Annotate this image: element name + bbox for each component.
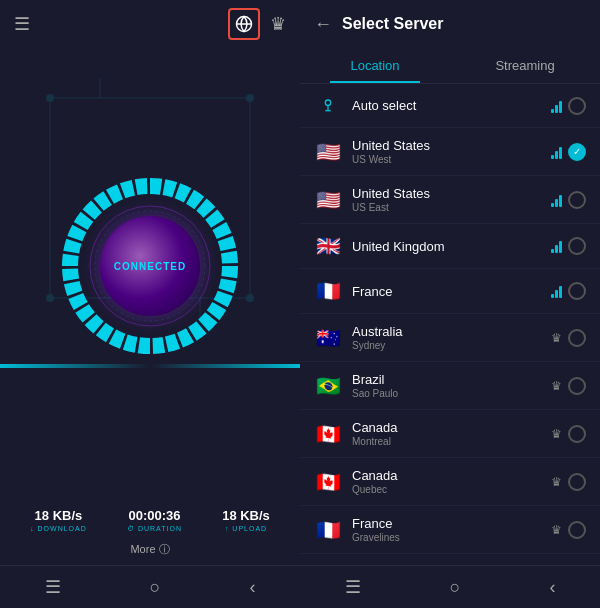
nav-menu-icon[interactable]: ☰ [45,576,61,598]
svg-point-6 [46,94,54,102]
premium-crown-icon: ♛ [551,379,562,393]
flag-icon: 🇺🇸 [314,188,342,212]
server-list-item[interactable]: Auto select [300,84,600,128]
server-sub: Quebec [352,484,541,495]
server-list-item[interactable]: 🇬🇧United Kingdom [300,224,600,269]
server-info: BrazilSao Paulo [352,372,541,399]
server-select-radio[interactable] [568,425,586,443]
stats-row: 18 KB/s ↓ DOWNLOAD 00:00:36 ⏱ DURATION 1… [0,496,300,538]
server-right-controls [551,237,586,255]
flag-icon: 🇫🇷 [314,279,342,303]
server-select-radio[interactable] [568,377,586,395]
upload-value: 18 KB/s [222,508,270,523]
server-list-item[interactable]: 🇦🇺AustraliaSydney♛ [300,314,600,362]
flag-icon: 🇫🇷 [314,518,342,542]
server-info: CanadaMontreal [352,420,541,447]
server-sub: Montreal [352,436,541,447]
svg-point-9 [246,294,254,302]
server-right-controls [551,97,586,115]
server-name: France [352,284,541,299]
server-info: United StatesUS East [352,186,541,213]
left-header: ☰ ♛ [0,0,300,48]
server-name: Auto select [352,98,541,113]
server-info: Auto select [352,98,541,113]
server-list-item[interactable]: 🇫🇷France [300,269,600,314]
server-list-item[interactable]: 🇨🇦CanadaMontreal♛ [300,410,600,458]
right-nav-bottom: ☰ ○ ‹ [300,565,600,608]
right-nav-menu-icon[interactable]: ☰ [345,576,361,598]
more-button[interactable]: More ⓘ [0,538,300,565]
server-info: AustraliaSydney [352,324,541,351]
back-button[interactable]: ← [314,14,332,35]
server-info: CanadaQuebec [352,468,541,495]
duration-value: 00:00:36 [128,508,180,523]
premium-crown-icon: ♛ [551,331,562,345]
server-info: United Kingdom [352,239,541,254]
upload-stat: 18 KB/s ↑ UPLOAD [222,508,270,532]
premium-crown-icon: ♛ [551,523,562,537]
nav-back-icon[interactable]: ‹ [249,577,255,598]
signal-bars [551,193,562,207]
tab-location[interactable]: Location [300,48,450,83]
flag-icon: 🇨🇦 [314,422,342,446]
server-right-controls: ♛ [551,425,586,443]
download-value: 18 KB/s [35,508,83,523]
server-info: FranceGravelines [352,516,541,543]
svg-point-8 [46,294,54,302]
center-connection-circle[interactable]: CONNECTED [100,216,200,316]
flag-icon: 🇦🇺 [314,326,342,350]
nav-home-icon[interactable]: ○ [150,577,161,598]
right-nav-back-icon[interactable]: ‹ [549,577,555,598]
signal-bars [551,99,562,113]
right-nav-home-icon[interactable]: ○ [450,577,461,598]
duration-label: ⏱ DURATION [127,525,182,532]
server-list-item[interactable]: 🇫🇷FranceGravelines♛ [300,506,600,554]
flag-icon: 🇨🇦 [314,470,342,494]
svg-point-7 [246,94,254,102]
download-stat: 18 KB/s ↓ DOWNLOAD [30,508,87,532]
server-name: Canada [352,420,541,435]
server-name: Brazil [352,372,541,387]
server-select-radio[interactable] [568,521,586,539]
server-right-controls: ♛ [551,329,586,347]
flag-icon: 🇺🇸 [314,140,342,164]
duration-stat: 00:00:36 ⏱ DURATION [127,508,182,532]
server-sub: US West [352,154,541,165]
server-name: Australia [352,324,541,339]
server-list-item[interactable]: 🇨🇦CanadaQuebec♛ [300,458,600,506]
flag-icon: 🇧🇷 [314,374,342,398]
server-right-controls: ♛ [551,521,586,539]
server-select-radio[interactable] [568,329,586,347]
vpn-main-area: (function() { var svgNS = "http://www.w3… [0,48,300,496]
globe-icon-button[interactable] [228,8,260,40]
server-name: United States [352,138,541,153]
hamburger-icon[interactable]: ☰ [14,13,30,35]
server-name: Canada [352,468,541,483]
crown-icon[interactable]: ♛ [270,13,286,35]
server-list-item[interactable]: 🇫🇷FranceParis♛ [300,554,600,565]
server-select-radio[interactable] [568,97,586,115]
flag-icon: 🇬🇧 [314,234,342,258]
connection-ring[interactable]: (function() { var svgNS = "http://www.w3… [60,176,240,356]
left-nav-bottom: ☰ ○ ‹ [0,565,300,608]
server-select-radio[interactable] [568,143,586,161]
server-list-item[interactable]: 🇺🇸United StatesUS West [300,128,600,176]
svg-point-14 [325,100,330,105]
server-sub: Sao Paulo [352,388,541,399]
upload-label: ↑ UPLOAD [225,525,267,532]
server-list-item[interactable]: 🇺🇸United StatesUS East [300,176,600,224]
server-list-item[interactable]: 🇧🇷BrazilSao Paulo♛ [300,362,600,410]
server-sub: Gravelines [352,532,541,543]
server-select-radio[interactable] [568,191,586,209]
signal-bars [551,239,562,253]
panel-title: Select Server [342,15,443,33]
right-header: ← Select Server [300,0,600,48]
server-select-radio[interactable] [568,282,586,300]
bottom-bar-decoration [0,364,300,368]
server-sub: US East [352,202,541,213]
server-select-radio[interactable] [568,473,586,491]
tab-streaming[interactable]: Streaming [450,48,600,83]
server-select-radio[interactable] [568,237,586,255]
server-name: United Kingdom [352,239,541,254]
server-sub: Sydney [352,340,541,351]
